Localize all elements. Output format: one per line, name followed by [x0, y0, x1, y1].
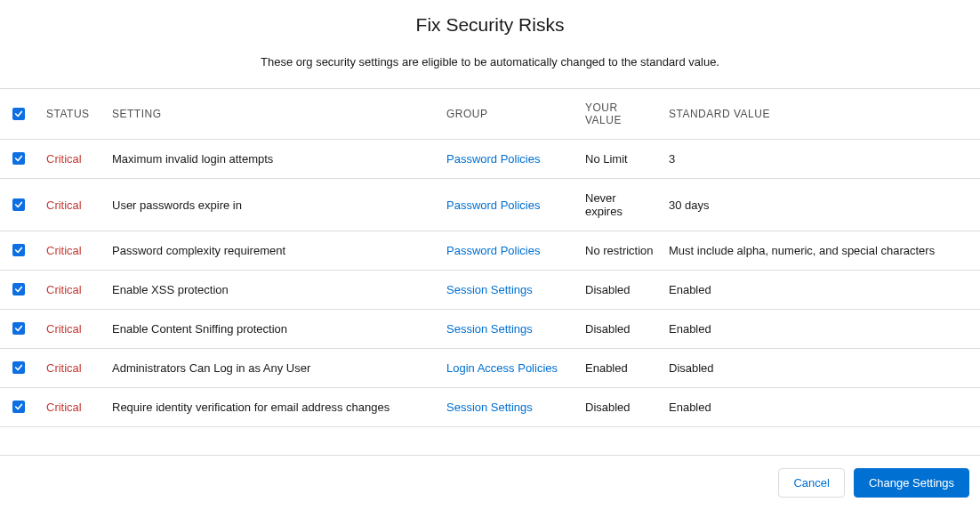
row-status: Critical [39, 179, 105, 231]
row-setting: Enable Content Sniffing protection [105, 310, 439, 349]
row-checkbox-cell [0, 388, 39, 427]
row-your-value: Never expires [578, 179, 662, 231]
header-group: GROUP [439, 89, 578, 140]
row-your-value: Disabled [578, 271, 662, 310]
row-group-link[interactable]: Password Policies [446, 152, 541, 166]
row-status: Critical [39, 271, 105, 310]
row-standard-value: Disabled [662, 349, 980, 388]
row-checkbox-cell [0, 231, 39, 271]
row-checkbox[interactable] [12, 361, 25, 374]
row-group-link[interactable]: Session Settings [446, 322, 533, 336]
header-standard-value: STANDARD VALUE [662, 89, 980, 140]
row-status: Critical [39, 388, 105, 427]
check-icon [14, 285, 23, 294]
row-checkbox-cell [0, 140, 39, 179]
row-status: Critical [39, 231, 105, 271]
dialog-header: Fix Security Risks These org security se… [0, 0, 980, 69]
table-row: CriticalEnable XSS protectionSession Set… [0, 271, 980, 310]
table-row: CriticalEnable Content Sniffing protecti… [0, 310, 980, 349]
row-standard-value: Enabled [662, 310, 980, 349]
row-checkbox-cell [0, 271, 39, 310]
row-checkbox[interactable] [12, 401, 25, 413]
header-select-all [0, 89, 39, 140]
header-status: STATUS [39, 89, 105, 140]
table-row: CriticalAdministrators Can Log in as Any… [0, 349, 980, 388]
row-group-link[interactable]: Password Policies [446, 198, 541, 212]
change-settings-button[interactable]: Change Settings [854, 468, 969, 498]
check-icon [14, 246, 23, 255]
row-checkbox-cell [0, 179, 39, 231]
header-your-value: YOUR VALUE [578, 89, 662, 140]
check-icon [14, 154, 23, 163]
row-setting: User passwords expire in [105, 179, 439, 231]
row-group-link[interactable]: Session Settings [446, 401, 533, 414]
row-standard-value: Enabled [662, 271, 980, 310]
check-icon [14, 324, 23, 333]
row-group-link[interactable]: Session Settings [446, 283, 533, 296]
row-checkbox-cell [0, 349, 39, 388]
row-standard-value: Enabled [662, 388, 980, 427]
table-row: CriticalPassword complexity requirementP… [0, 231, 980, 271]
row-your-value: Disabled [578, 388, 662, 427]
select-all-checkbox[interactable] [12, 108, 25, 120]
row-your-value: Disabled [578, 310, 662, 349]
header-setting: SETTING [105, 89, 439, 140]
row-checkbox[interactable] [12, 152, 25, 165]
row-standard-value: Must include alpha, numeric, and special… [662, 231, 980, 271]
table-header-row: STATUS SETTING GROUP YOUR VALUE STANDARD… [0, 89, 980, 140]
row-setting: Password complexity requirement [105, 231, 439, 271]
row-checkbox[interactable] [12, 283, 25, 295]
row-setting: Enable XSS protection [105, 271, 439, 310]
row-group-link[interactable]: Login Access Policies [446, 361, 558, 375]
check-icon [14, 109, 23, 118]
row-setting: Require identity verification for email … [105, 388, 439, 427]
security-risks-table: STATUS SETTING GROUP YOUR VALUE STANDARD… [0, 88, 980, 427]
row-status: Critical [39, 140, 105, 179]
check-icon [14, 363, 23, 372]
row-status: Critical [39, 349, 105, 388]
row-checkbox-cell [0, 310, 39, 349]
row-standard-value: 30 days [662, 179, 980, 231]
table-row: CriticalMaximum invalid login attemptsPa… [0, 140, 980, 179]
row-setting: Administrators Can Log in as Any User [105, 349, 439, 388]
table-row: CriticalUser passwords expire inPassword… [0, 179, 980, 231]
check-icon [14, 200, 23, 209]
row-checkbox[interactable] [12, 244, 25, 256]
row-your-value: Enabled [578, 349, 662, 388]
row-checkbox[interactable] [12, 322, 25, 335]
row-setting: Maximum invalid login attempts [105, 140, 439, 179]
check-icon [14, 402, 23, 411]
dialog-subtitle: These org security settings are eligible… [0, 55, 980, 69]
dialog-footer: Cancel Change Settings [0, 455, 980, 510]
row-your-value: No restriction [578, 231, 662, 271]
row-checkbox[interactable] [12, 198, 25, 211]
cancel-button[interactable]: Cancel [778, 468, 844, 498]
dialog-title: Fix Security Risks [0, 14, 980, 36]
row-group-link[interactable]: Password Policies [446, 244, 541, 257]
table-row: CriticalRequire identity verification fo… [0, 388, 980, 427]
row-standard-value: 3 [662, 140, 980, 179]
row-status: Critical [39, 310, 105, 349]
row-your-value: No Limit [578, 140, 662, 179]
